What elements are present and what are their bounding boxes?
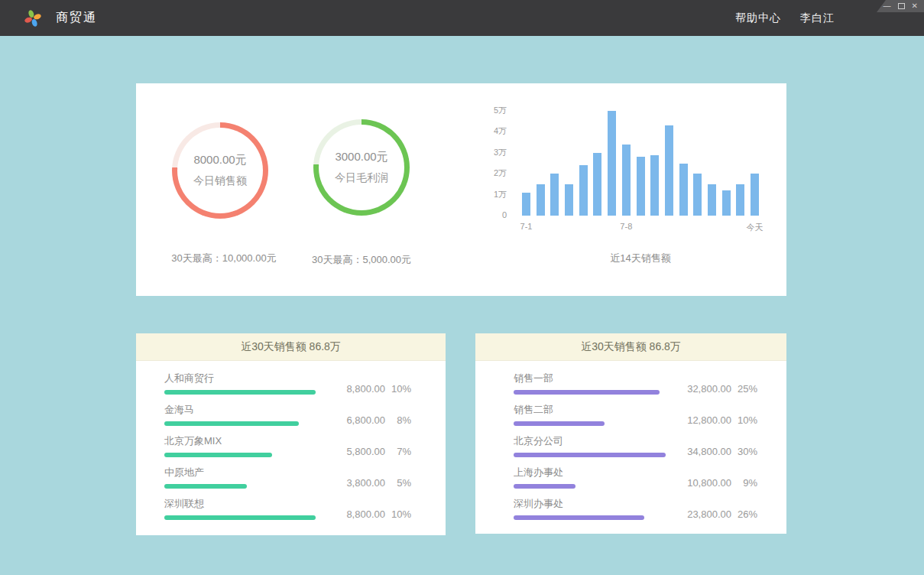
amount: 6,800.00 [332,414,385,426]
percent: 30% [731,446,757,457]
percent: 25% [731,383,757,395]
org-name: 销售二部 [514,404,670,416]
percent: 5% [385,477,411,489]
bar [751,174,759,216]
bar [550,174,559,216]
progress-bar [164,453,272,457]
bar [679,164,688,216]
percent: 10% [385,508,411,520]
org-name: 中原地产 [164,466,324,479]
department-ranking-card: 近30天销售额 86.8万 销售一部32,800.0025%销售二部12,800… [475,333,786,534]
customer-ranking-card: 近30天销售额 86.8万 人和商贸行8,800.0010%金海马6,800.0… [136,333,446,535]
org-name: 深圳联想 [164,498,324,510]
progress-bar [164,421,299,426]
list-item: 销售一部32,800.0025% [514,372,757,395]
bar [593,153,601,216]
bar [608,111,616,216]
percent: 8% [385,414,411,426]
org-name: 人和商贸行 [164,372,324,385]
y-tick-label: 1万 [480,190,507,200]
window-controls: — ✕ [877,0,924,12]
x-tick-label: 今天 [747,222,764,233]
org-name: 北京万象MIX [164,435,324,447]
pinwheel-logo-icon [23,8,43,28]
amount: 3,800.00 [332,477,385,489]
percent: 9% [731,477,757,489]
department-ranking-header: 近30天销售额 86.8万 [475,333,786,361]
list-item: 深圳联想8,800.0010% [164,498,411,520]
progress-bar [164,484,247,489]
bar [650,155,659,216]
amount: 5,800.00 [332,446,385,457]
progress-bar [514,515,644,520]
percent: 10% [385,383,411,395]
user-name[interactable]: 李白江 [800,11,835,25]
bar-plot [522,111,759,216]
progress-bar [514,390,660,395]
today-sales-value: 8000.00元 [193,153,246,167]
app-title: 商贸通 [56,10,97,26]
amount: 32,800.00 [678,383,731,395]
progress-bar [164,390,316,395]
list-item: 上海办事处10,800.009% [514,466,757,489]
bar [736,184,744,216]
ranking-body: 销售一部32,800.0025%销售二部12,800.0010%北京分公司34,… [475,361,786,520]
bar [665,125,673,216]
bar [637,157,645,216]
today-sales-donut-center: 8000.00元 今日销售额 [177,128,263,213]
amount: 10,800.00 [678,477,731,489]
help-center-link[interactable]: 帮助中心 [735,11,781,25]
list-item: 深圳办事处23,800.0026% [514,498,757,520]
progress-bar [514,484,575,489]
maximize-icon[interactable] [898,3,905,9]
org-name: 金海马 [164,404,324,416]
amount: 34,800.00 [678,446,731,457]
today-profit-value: 3000.00元 [335,150,387,164]
list-item: 人和商贸行8,800.0010% [164,372,411,395]
progress-bar [514,453,666,457]
y-tick-label: 3万 [480,148,507,158]
progress-bar [514,421,605,426]
summary-card: 8000.00元 今日销售额 30天最高：10,000.00元 3000.00元… [136,83,786,296]
amount: 23,800.00 [678,508,731,520]
percent: 10% [731,414,757,426]
y-tick-label: 2万 [480,168,507,178]
bar [622,145,631,216]
amount: 12,800.00 [678,414,731,426]
x-tick-label: 7-8 [620,222,632,231]
today-sales-label: 今日销售额 [193,174,247,188]
progress-bar [164,515,316,520]
today-profit-donut: 3000.00元 今日毛利润 [313,119,410,216]
close-icon[interactable]: ✕ [912,2,918,10]
bar [522,193,530,216]
today-profit-max: 30天最高：5,000.00元 [274,253,449,267]
bar [579,165,588,216]
today-profit-donut-center: 3000.00元 今日毛利润 [319,125,404,210]
minimize-icon[interactable]: — [883,2,891,10]
org-name: 北京分公司 [514,435,670,447]
sales-bar-chart: 5万4万3万2万1万0 7-17-8今天 近14天销售额 [480,103,770,279]
chart-title: 近14天销售额 [522,252,759,265]
topbar-menu: 帮助中心 李白江 [735,11,924,25]
list-item: 北京万象MIX5,800.007% [164,435,411,457]
amount: 8,800.00 [332,508,385,520]
y-tick-label: 5万 [480,106,507,115]
bar [565,184,573,216]
bar [693,174,702,216]
customer-ranking-header: 近30天销售额 86.8万 [136,333,446,361]
org-name: 上海办事处 [514,466,670,479]
percent: 26% [731,508,757,520]
amount: 8,800.00 [332,383,385,395]
list-item: 中原地产3,800.005% [164,466,411,489]
ranking-body: 人和商贸行8,800.0010%金海马6,800.008%北京万象MIX5,80… [136,361,446,520]
percent: 7% [385,446,411,457]
list-item: 北京分公司34,800.0030% [514,435,757,457]
list-item: 金海马6,800.008% [164,404,411,426]
today-sales-donut: 8000.00元 今日销售额 [172,122,268,219]
org-name: 销售一部 [514,372,670,385]
x-tick-label: 7-1 [520,222,533,231]
y-tick-label: 4万 [480,126,507,136]
list-item: 销售二部12,800.0010% [514,404,757,426]
bar [722,190,731,216]
bar [537,184,545,216]
